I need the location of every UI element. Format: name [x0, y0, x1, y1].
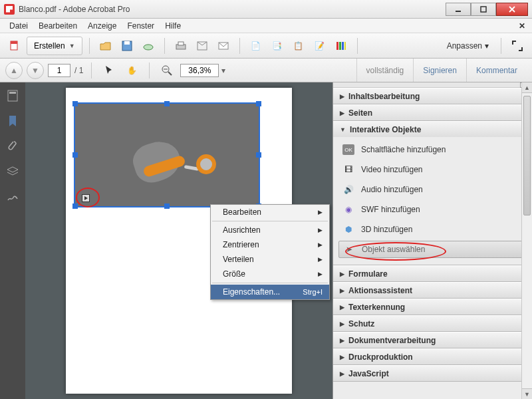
main-toolbar: Erstellen ▼ 📄 📑 📋 📝 Anpassen ▾ [0, 33, 532, 59]
chevron-down-icon: ▾ [485, 41, 489, 51]
color-icon[interactable] [332, 37, 350, 55]
app-icon [4, 4, 15, 15]
nav-toolbar: ▲ ▼ / 1 ✋ ▾ vollständig Signieren Kommen… [0, 59, 532, 82]
ctx-properties[interactable]: Eigenschaften...Strg+I [211, 285, 329, 299]
tools-panel: ▶Inhaltsbearbeitung ▶Seiten ▼Interaktive… [332, 82, 532, 399]
fullscreen-icon[interactable] [508, 37, 527, 55]
create-label: Erstellen [34, 41, 65, 51]
tool-add-audio[interactable]: 🔊Audio hinzufügen [338, 181, 527, 198]
ctx-edit[interactable]: Bearbeiten▶ [211, 205, 329, 219]
section-ocr[interactable]: ▶Texterkennung [333, 299, 532, 315]
scan-icon[interactable]: 📄 [247, 37, 265, 55]
tool-select-object[interactable]: ➤Objekt auswählen [338, 241, 527, 258]
save-icon[interactable] [118, 37, 136, 55]
combine-icon[interactable]: 📋 [289, 37, 308, 55]
maximize-button[interactable] [471, 3, 496, 16]
svg-rect-5 [11, 41, 17, 44]
cursor-icon: ➤ [343, 244, 355, 255]
svg-point-8 [144, 45, 153, 50]
section-forms[interactable]: ▶Formulare [333, 265, 532, 281]
page-up-button[interactable]: ▲ [5, 62, 23, 79]
hand-tool-icon[interactable]: ✋ [122, 61, 141, 80]
open-icon[interactable] [96, 37, 115, 55]
svg-rect-1 [481, 7, 486, 12]
svg-rect-14 [339, 42, 341, 50]
menu-file[interactable]: Datei [4, 20, 33, 32]
scroll-down-icon[interactable]: ▼ [522, 388, 532, 399]
annotation-circle [76, 188, 100, 207]
signature-icon[interactable] [6, 190, 19, 203]
customize-label: Anpassen [447, 41, 482, 51]
tab-sign[interactable]: Signieren [413, 59, 466, 82]
tool-add-3d[interactable]: ⬢3D hinzufügen [338, 221, 527, 238]
scroll-up-icon[interactable]: ▲ [522, 82, 532, 93]
section-print[interactable]: ▶Druckproduktion [333, 348, 532, 364]
zoom-out-icon[interactable] [158, 61, 176, 80]
svg-rect-7 [124, 41, 130, 45]
menu-help[interactable]: Hilfe [160, 20, 186, 32]
section-security[interactable]: ▶Schutz [333, 315, 532, 331]
svg-rect-21 [9, 92, 16, 94]
tab-comment[interactable]: Kommentar [466, 59, 527, 82]
customize-button[interactable]: Anpassen ▾ [442, 41, 494, 51]
window-titlebar: Blanco.pdf - Adobe Acrobat Pro [0, 0, 532, 19]
section-actions[interactable]: ▶Aktionsassistent [333, 282, 532, 298]
attachment-icon[interactable] [6, 140, 19, 153]
page-number-input[interactable] [48, 64, 70, 77]
svg-rect-16 [344, 42, 346, 50]
window-title: Blanco.pdf - Adobe Acrobat Pro [19, 5, 446, 14]
minimize-button[interactable] [446, 3, 471, 16]
tool-add-video[interactable]: 🎞Video hinzufügen [338, 161, 527, 178]
object-artwork [127, 122, 227, 196]
create-pdf-icon[interactable] [5, 37, 24, 55]
layers-icon[interactable] [6, 165, 19, 178]
section-content-edit[interactable]: ▶Inhaltsbearbeitung [333, 88, 532, 104]
left-nav-rail [0, 82, 25, 399]
cube-icon: ⬢ [342, 224, 354, 235]
section-js[interactable]: ▶JavaScript [333, 365, 532, 381]
zoom-dropdown-icon[interactable]: ▾ [221, 66, 225, 75]
menu-view[interactable]: Anzeige [82, 20, 122, 32]
page-down-button[interactable]: ▼ [27, 62, 44, 79]
print-icon[interactable] [172, 37, 190, 55]
ctx-center[interactable]: Zentrieren▶ [211, 237, 329, 252]
email-icon[interactable] [214, 37, 233, 55]
scroll-thumb[interactable] [523, 96, 531, 215]
section-docproc[interactable]: ▶Dokumentverarbeitung [333, 332, 532, 348]
panel-scrollbar[interactable]: ▲ ▼ [521, 82, 532, 399]
chevron-down-icon: ▼ [69, 43, 75, 49]
speaker-icon: 🔊 [342, 184, 354, 195]
close-button[interactable] [496, 3, 528, 16]
create-button[interactable]: Erstellen ▼ [27, 37, 82, 55]
tab-full[interactable]: vollständig [356, 59, 414, 82]
section-interactive[interactable]: ▼Interaktive Objekte [333, 121, 532, 137]
bookmark-icon[interactable] [6, 114, 19, 128]
doc-close-x[interactable]: ✕ [519, 21, 525, 31]
menubar: Datei Bearbeiten Anzeige Fenster Hilfe ✕ [0, 19, 532, 33]
tool-add-swf[interactable]: ◉SWF hinzufügen [338, 201, 527, 218]
selected-object[interactable] [74, 102, 260, 207]
svg-line-19 [168, 72, 172, 75]
export-icon[interactable]: 📑 [268, 37, 287, 55]
zoom-input[interactable] [180, 64, 219, 77]
ctx-distribute[interactable]: Verteilen▶ [211, 252, 329, 267]
ok-button-icon: OK [342, 144, 354, 155]
section-pages[interactable]: ▶Seiten [333, 104, 532, 120]
menu-edit[interactable]: Bearbeiten [33, 20, 82, 32]
ctx-size[interactable]: Größe▶ [211, 267, 329, 281]
swf-icon: ◉ [342, 204, 354, 215]
ctx-align[interactable]: Ausrichten▶ [211, 223, 329, 237]
tool-add-button[interactable]: OKSchaltfläche hinzufügen [338, 141, 527, 158]
page-total: / 1 [74, 66, 83, 75]
svg-rect-15 [342, 42, 344, 50]
context-menu: Bearbeiten▶ Ausrichten▶ Zentrieren▶ Vert… [210, 204, 330, 300]
menu-window[interactable]: Fenster [122, 20, 160, 32]
film-icon: 🎞 [342, 164, 354, 175]
svg-rect-13 [336, 42, 338, 50]
share-icon[interactable] [193, 37, 211, 55]
form-icon[interactable]: 📝 [311, 37, 329, 55]
select-tool-icon[interactable] [100, 61, 118, 80]
svg-rect-10 [178, 42, 184, 45]
cloud-icon[interactable] [139, 37, 158, 55]
thumbnails-icon[interactable] [6, 89, 19, 102]
